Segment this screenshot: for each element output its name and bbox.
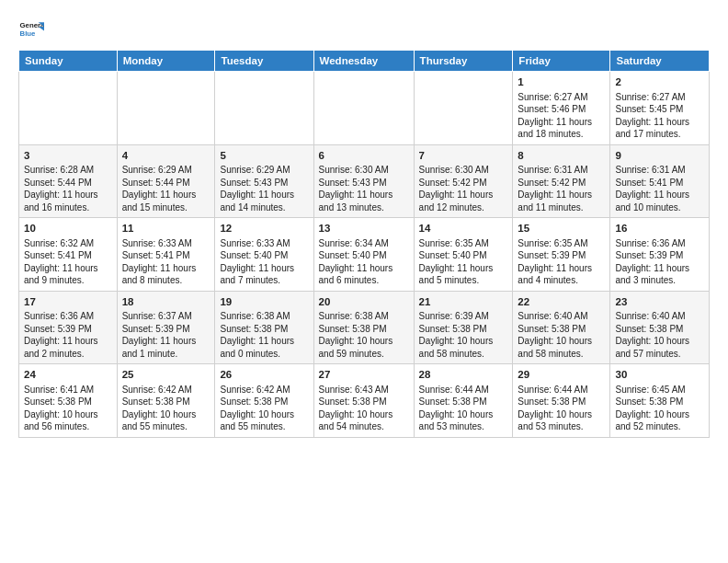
calendar-cell: 16Sunrise: 6:36 AM Sunset: 5:39 PM Dayli… bbox=[610, 218, 710, 292]
day-number: 19 bbox=[220, 295, 308, 310]
svg-text:Blue: Blue bbox=[20, 29, 37, 38]
day-number: 15 bbox=[518, 222, 605, 236]
day-number: 13 bbox=[319, 222, 409, 236]
day-number: 12 bbox=[220, 222, 308, 236]
calendar-cell: 6Sunrise: 6:30 AM Sunset: 5:43 PM Daylig… bbox=[313, 144, 414, 218]
day-info: Sunrise: 6:41 AM Sunset: 5:38 PM Dayligh… bbox=[24, 384, 112, 433]
days-of-week-row: SundayMondayTuesdayWednesdayThursdayFrid… bbox=[19, 51, 710, 72]
day-number: 10 bbox=[24, 222, 112, 236]
logo-icon: General Blue bbox=[18, 17, 44, 42]
dow-header: Tuesday bbox=[215, 51, 313, 72]
calendar-week-row: 10Sunrise: 6:32 AM Sunset: 5:41 PM Dayli… bbox=[19, 218, 710, 292]
day-info: Sunrise: 6:34 AM Sunset: 5:40 PM Dayligh… bbox=[319, 237, 409, 287]
day-info: Sunrise: 6:28 AM Sunset: 5:44 PM Dayligh… bbox=[24, 164, 112, 213]
day-number: 3 bbox=[24, 149, 112, 164]
dow-header: Saturday bbox=[610, 51, 710, 72]
calendar-cell: 27Sunrise: 6:43 AM Sunset: 5:38 PM Dayli… bbox=[313, 364, 414, 438]
day-info: Sunrise: 6:43 AM Sunset: 5:38 PM Dayligh… bbox=[319, 384, 409, 433]
dow-header: Monday bbox=[117, 51, 215, 72]
calendar-cell: 8Sunrise: 6:31 AM Sunset: 5:42 PM Daylig… bbox=[513, 144, 610, 218]
day-info: Sunrise: 6:35 AM Sunset: 5:39 PM Dayligh… bbox=[518, 237, 605, 287]
day-number: 18 bbox=[122, 295, 210, 310]
dow-header: Wednesday bbox=[313, 51, 414, 72]
logo: General Blue bbox=[18, 17, 47, 42]
calendar-cell: 18Sunrise: 6:37 AM Sunset: 5:39 PM Dayli… bbox=[117, 291, 215, 364]
calendar-cell bbox=[215, 72, 313, 145]
calendar-cell: 1Sunrise: 6:27 AM Sunset: 5:46 PM Daylig… bbox=[513, 72, 610, 145]
day-number: 11 bbox=[122, 222, 210, 236]
day-info: Sunrise: 6:32 AM Sunset: 5:41 PM Dayligh… bbox=[24, 237, 112, 287]
calendar-week-row: 24Sunrise: 6:41 AM Sunset: 5:38 PM Dayli… bbox=[19, 364, 710, 438]
calendar-cell bbox=[19, 72, 118, 145]
calendar-cell: 14Sunrise: 6:35 AM Sunset: 5:40 PM Dayli… bbox=[414, 218, 513, 292]
day-info: Sunrise: 6:31 AM Sunset: 5:41 PM Dayligh… bbox=[615, 164, 704, 213]
calendar-cell: 29Sunrise: 6:44 AM Sunset: 5:38 PM Dayli… bbox=[513, 364, 610, 438]
day-info: Sunrise: 6:36 AM Sunset: 5:39 PM Dayligh… bbox=[615, 237, 704, 287]
day-info: Sunrise: 6:29 AM Sunset: 5:44 PM Dayligh… bbox=[122, 164, 210, 213]
calendar-cell: 5Sunrise: 6:29 AM Sunset: 5:43 PM Daylig… bbox=[215, 144, 313, 218]
day-info: Sunrise: 6:37 AM Sunset: 5:39 PM Dayligh… bbox=[122, 310, 210, 360]
calendar-cell: 25Sunrise: 6:42 AM Sunset: 5:38 PM Dayli… bbox=[117, 364, 215, 438]
day-info: Sunrise: 6:33 AM Sunset: 5:41 PM Dayligh… bbox=[122, 237, 210, 287]
calendar-cell: 13Sunrise: 6:34 AM Sunset: 5:40 PM Dayli… bbox=[313, 218, 414, 292]
calendar-cell bbox=[313, 72, 414, 145]
day-info: Sunrise: 6:35 AM Sunset: 5:40 PM Dayligh… bbox=[419, 237, 508, 287]
day-number: 24 bbox=[24, 368, 112, 383]
day-info: Sunrise: 6:38 AM Sunset: 5:38 PM Dayligh… bbox=[319, 310, 409, 360]
calendar-week-row: 1Sunrise: 6:27 AM Sunset: 5:46 PM Daylig… bbox=[19, 72, 710, 145]
day-info: Sunrise: 6:31 AM Sunset: 5:42 PM Dayligh… bbox=[518, 164, 605, 213]
calendar-cell bbox=[414, 72, 513, 145]
day-number: 8 bbox=[518, 149, 605, 164]
calendar-cell: 28Sunrise: 6:44 AM Sunset: 5:38 PM Dayli… bbox=[414, 364, 513, 438]
day-number: 25 bbox=[122, 368, 210, 383]
day-info: Sunrise: 6:27 AM Sunset: 5:45 PM Dayligh… bbox=[615, 91, 704, 141]
calendar-cell: 15Sunrise: 6:35 AM Sunset: 5:39 PM Dayli… bbox=[513, 218, 610, 292]
day-info: Sunrise: 6:40 AM Sunset: 5:38 PM Dayligh… bbox=[518, 310, 605, 360]
day-info: Sunrise: 6:30 AM Sunset: 5:42 PM Dayligh… bbox=[419, 164, 508, 213]
day-number: 30 bbox=[615, 368, 704, 383]
calendar-body: 1Sunrise: 6:27 AM Sunset: 5:46 PM Daylig… bbox=[19, 72, 710, 438]
day-number: 14 bbox=[419, 222, 508, 236]
day-info: Sunrise: 6:30 AM Sunset: 5:43 PM Dayligh… bbox=[319, 164, 409, 213]
day-number: 26 bbox=[220, 368, 308, 383]
calendar-cell bbox=[117, 72, 215, 145]
day-number: 27 bbox=[319, 368, 409, 383]
header: General Blue bbox=[18, 17, 710, 42]
day-number: 2 bbox=[615, 75, 704, 90]
day-info: Sunrise: 6:38 AM Sunset: 5:38 PM Dayligh… bbox=[220, 310, 308, 360]
day-number: 7 bbox=[419, 149, 508, 164]
calendar-cell: 22Sunrise: 6:40 AM Sunset: 5:38 PM Dayli… bbox=[513, 291, 610, 364]
day-info: Sunrise: 6:39 AM Sunset: 5:38 PM Dayligh… bbox=[419, 310, 508, 360]
day-number: 28 bbox=[419, 368, 508, 383]
day-number: 9 bbox=[615, 149, 704, 164]
day-number: 17 bbox=[24, 295, 112, 310]
calendar-cell: 20Sunrise: 6:38 AM Sunset: 5:38 PM Dayli… bbox=[313, 291, 414, 364]
day-info: Sunrise: 6:44 AM Sunset: 5:38 PM Dayligh… bbox=[518, 384, 605, 433]
calendar-table: SundayMondayTuesdayWednesdayThursdayFrid… bbox=[18, 50, 710, 438]
dow-header: Sunday bbox=[19, 51, 118, 72]
day-number: 22 bbox=[518, 295, 605, 310]
day-info: Sunrise: 6:44 AM Sunset: 5:38 PM Dayligh… bbox=[419, 384, 508, 433]
calendar-cell: 17Sunrise: 6:36 AM Sunset: 5:39 PM Dayli… bbox=[19, 291, 118, 364]
day-info: Sunrise: 6:29 AM Sunset: 5:43 PM Dayligh… bbox=[220, 164, 308, 213]
calendar-cell: 24Sunrise: 6:41 AM Sunset: 5:38 PM Dayli… bbox=[19, 364, 118, 438]
calendar-cell: 9Sunrise: 6:31 AM Sunset: 5:41 PM Daylig… bbox=[610, 144, 710, 218]
day-number: 4 bbox=[122, 149, 210, 164]
calendar-cell: 19Sunrise: 6:38 AM Sunset: 5:38 PM Dayli… bbox=[215, 291, 313, 364]
day-info: Sunrise: 6:33 AM Sunset: 5:40 PM Dayligh… bbox=[220, 237, 308, 287]
day-info: Sunrise: 6:45 AM Sunset: 5:38 PM Dayligh… bbox=[615, 384, 704, 433]
dow-header: Friday bbox=[513, 51, 610, 72]
calendar-cell: 2Sunrise: 6:27 AM Sunset: 5:45 PM Daylig… bbox=[610, 72, 710, 145]
day-number: 1 bbox=[518, 75, 605, 90]
calendar-week-row: 3Sunrise: 6:28 AM Sunset: 5:44 PM Daylig… bbox=[19, 144, 710, 218]
calendar-cell: 7Sunrise: 6:30 AM Sunset: 5:42 PM Daylig… bbox=[414, 144, 513, 218]
day-info: Sunrise: 6:36 AM Sunset: 5:39 PM Dayligh… bbox=[24, 310, 112, 360]
day-number: 16 bbox=[615, 222, 704, 236]
day-number: 20 bbox=[319, 295, 409, 310]
calendar-cell: 26Sunrise: 6:42 AM Sunset: 5:38 PM Dayli… bbox=[215, 364, 313, 438]
day-info: Sunrise: 6:42 AM Sunset: 5:38 PM Dayligh… bbox=[122, 384, 210, 433]
day-number: 6 bbox=[319, 149, 409, 164]
calendar-cell: 12Sunrise: 6:33 AM Sunset: 5:40 PM Dayli… bbox=[215, 218, 313, 292]
calendar-cell: 23Sunrise: 6:40 AM Sunset: 5:38 PM Dayli… bbox=[610, 291, 710, 364]
calendar-cell: 4Sunrise: 6:29 AM Sunset: 5:44 PM Daylig… bbox=[117, 144, 215, 218]
